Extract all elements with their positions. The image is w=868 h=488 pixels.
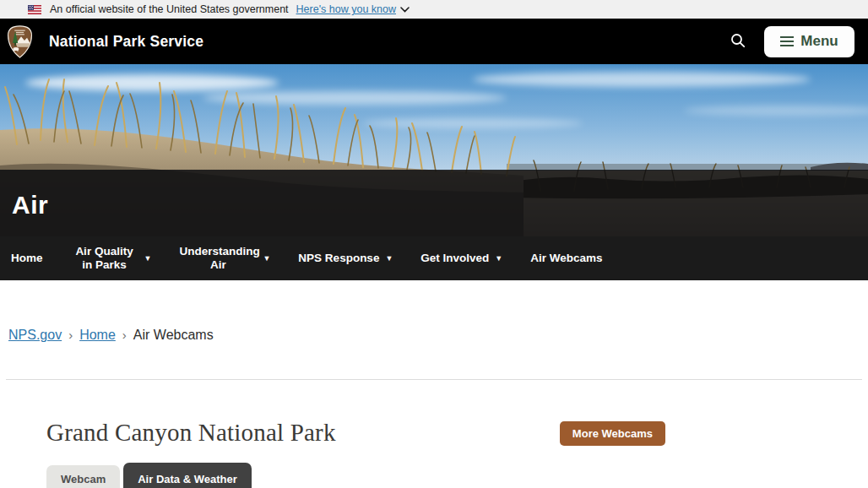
nav-item-understanding-air[interactable]: Understanding Air ▼ <box>179 245 270 272</box>
main-content: Grand Canyon National Park More Webcams … <box>46 420 665 488</box>
search-button[interactable] <box>730 33 746 51</box>
breadcrumb-separator: › <box>62 328 79 342</box>
tab-bar: Webcam Air Data & Weather <box>46 463 665 488</box>
nav-item-air-webcams[interactable]: Air Webcams <box>530 252 602 265</box>
banner-text: An official website of the United States… <box>50 3 289 15</box>
nps-arrowhead-logo[interactable] <box>7 25 33 58</box>
caret-down-icon: ▼ <box>263 254 270 263</box>
heres-how-you-know-link[interactable]: Here's how you know <box>296 3 396 15</box>
breadcrumb-link-npsgov[interactable]: NPS.gov <box>8 328 62 342</box>
nav-item-get-involved[interactable]: Get Involved ▼ <box>420 252 502 265</box>
site-header: National Park Service Menu <box>0 19 868 64</box>
content-divider <box>6 379 862 380</box>
page-title: Air <box>12 191 48 220</box>
caret-down-icon: ▼ <box>385 254 393 263</box>
nav-item-home[interactable]: Home <box>11 252 43 265</box>
breadcrumb-separator: › <box>116 328 133 342</box>
section-nav: Home Air Quality in Parks ▼ Understandin… <box>0 236 868 280</box>
park-heading: Grand Canyon National Park <box>46 420 336 447</box>
hero-image-beach-dunes <box>0 64 868 236</box>
search-icon <box>730 33 746 51</box>
tab-air-data-weather[interactable]: Air Data & Weather <box>123 463 252 488</box>
us-flag-icon <box>28 5 41 14</box>
nav-item-air-quality-in-parks[interactable]: Air Quality in Parks ▼ <box>71 245 152 272</box>
gov-banner: An official website of the United States… <box>0 0 868 19</box>
caret-down-icon: ▼ <box>495 254 502 263</box>
breadcrumb: NPS.gov›Home›Air Webcams <box>0 280 868 343</box>
caret-down-icon: ▼ <box>144 254 152 263</box>
breadcrumb-link-home[interactable]: Home <box>79 328 116 342</box>
menu-button-label: Menu <box>800 33 838 50</box>
more-webcams-button[interactable]: More Webcams <box>560 421 665 446</box>
chevron-down-icon <box>400 7 410 13</box>
hero-banner: Air <box>0 64 868 236</box>
site-title: National Park Service <box>49 33 203 51</box>
nav-item-nps-response[interactable]: NPS Response ▼ <box>298 252 393 265</box>
menu-button[interactable]: Menu <box>764 26 854 57</box>
tab-webcam[interactable]: Webcam <box>46 465 120 488</box>
menu-icon <box>780 36 794 46</box>
breadcrumb-current-page: Air Webcams <box>133 328 214 342</box>
